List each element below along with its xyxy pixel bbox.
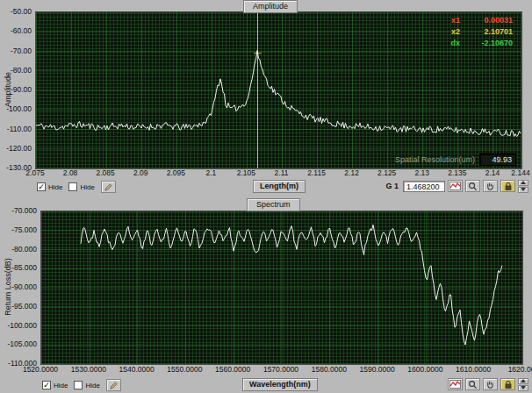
tick-label: 2.1 [205,168,216,177]
tick-label: -100.000 [7,321,37,330]
tick-label: 1590.0000 [360,365,395,374]
spectrum-x-axis-label: Wavelength(nm) [242,378,318,391]
lock-icon[interactable] [500,378,515,390]
spinner-up-icon[interactable] [518,378,528,384]
tick-label: 2.12 [344,168,359,177]
tick-label: -80.00 [11,66,32,75]
hide-checkbox-4-label: Hide [85,382,99,389]
spectrum-plot-controls-right [448,377,528,391]
graph-scale-spinner [518,180,528,193]
tick-label: 2.08 [63,168,78,177]
tick-label: -105.000 [7,339,37,348]
brush-icon[interactable] [106,379,121,391]
amplitude-plot-controls-left: ✓ Hide Hide [37,180,116,194]
amplitude-x-tick-labels: 2.0752.082.0852.092.0952.12.1052.112.115… [35,168,521,178]
spectrum-plot-svg [41,211,522,364]
amplitude-trace [36,51,521,137]
hide-checkbox-2-label: Hide [80,183,94,191]
tick-label: -50.00 [11,7,32,16]
amplitude-x-axis-label: Length(m) [253,180,306,193]
tick-label: 1530.0000 [71,365,106,374]
amplitude-graph-title: Amplitude [243,0,298,13]
tick-label: -70.00 [11,46,32,55]
amplitude-plot-controls-right: G 1 1.468200 [385,179,528,193]
tick-label: 2.09 [133,168,148,177]
hide-checkbox-1[interactable]: ✓ [37,182,46,191]
spinner-up-icon[interactable] [518,180,528,186]
tick-label: -90.000 [11,282,37,291]
tick-label: -75.000 [11,225,37,234]
tick-label: 1610.0000 [456,365,491,374]
tick-label: 1570.0000 [263,365,298,374]
tick-label: 2.095 [167,168,185,177]
spatial-resolution: Spatial Resolution(um) 49.93 [395,154,516,166]
zoom-icon[interactable] [465,180,480,192]
tick-label: 2.125 [377,168,396,177]
hide-checkbox-3[interactable]: ✓ [42,381,51,389]
hide-checkbox-1-label: Hide [48,183,62,191]
tick-label: 2.075 [25,168,44,177]
spectrum-x-tick-labels: 1520.00001530.00001540.00001550.00001560… [40,365,521,375]
hide-checkbox-2[interactable] [68,182,77,191]
tick-label: 1620.00 [508,365,532,374]
spectrum-plot[interactable] [40,211,523,365]
cursor-legend: x10.00031x22.10701dx-2.10670 [450,15,513,49]
spectrum-y-tick-labels: -70.000-75.000-80.000-85.000-90.000-95.0… [0,211,39,363]
amplitude-plot-svg [36,12,521,168]
tick-label: 2.135 [448,168,466,177]
tick-label: 2.144 [511,168,529,177]
spectrum-plot-controls-left: ✓ Hide Hide [42,378,121,392]
graph-scale-spinner [518,378,528,391]
tick-label: -90.00 [11,85,32,94]
hide-checkbox-4[interactable] [74,381,83,389]
tick-label: -110.00 [7,125,32,133]
lock-icon[interactable] [500,180,515,192]
tick-label: 2.14 [485,168,500,177]
plot-legend-icon[interactable] [448,378,463,390]
zoom-icon[interactable] [465,378,480,390]
spectrum-trace [81,225,502,345]
tick-label: 1550.0000 [167,365,202,374]
tick-label: 1600.0000 [407,365,442,374]
cursor-readout-x2: x22.10701 [450,26,513,38]
cursor-readout-x1: x10.00031 [450,15,513,26]
spatial-resolution-label: Spatial Resolution(um) [395,155,475,164]
tick-label: -60.00 [11,26,32,35]
hide-checkbox-3-label: Hide [54,382,68,389]
tick-label: 2.085 [97,168,115,177]
pan-icon[interactable] [483,378,498,390]
g1-label: G 1 [385,182,399,190]
cursor-readout-dx: dx-2.10670 [450,38,513,49]
tick-label: 2.105 [237,168,255,177]
tick-label: 1560.0000 [215,365,250,374]
tick-label: 1540.0000 [119,365,155,374]
checkmark-icon: ✓ [38,182,45,191]
amplitude-y-tick-labels: -50.00-60.00-70.00-80.00-90.00-100.00-11… [0,11,33,168]
spinner-down-icon[interactable] [518,385,528,391]
tick-label: -80.000 [11,245,37,254]
tick-label: -120.00 [6,144,32,153]
tick-label: 2.13 [415,168,430,177]
tick-label: -95.000 [11,302,37,311]
amplitude-plot[interactable]: x10.00031x22.10701dx-2.10670 Spatial Res… [35,11,522,169]
plot-legend-icon[interactable] [448,180,463,192]
tick-label: -85.000 [11,263,37,272]
tick-label: 2.115 [307,168,326,177]
brush-icon[interactable] [101,181,116,193]
spatial-resolution-value: 49.93 [479,154,516,166]
checkmark-icon: ✓ [43,381,50,389]
tick-label: -100.00 [6,104,32,113]
spectrum-graph-title: Spectrum [247,198,300,211]
tick-label: -70.000 [11,206,37,215]
pan-icon[interactable] [483,180,498,192]
tick-label: 2.11 [275,168,289,177]
spinner-down-icon[interactable] [518,187,528,193]
tick-label: 1580.0000 [312,365,347,374]
tick-label: 1520.0000 [23,365,58,374]
g1-value-field[interactable]: 1.468200 [403,181,445,192]
